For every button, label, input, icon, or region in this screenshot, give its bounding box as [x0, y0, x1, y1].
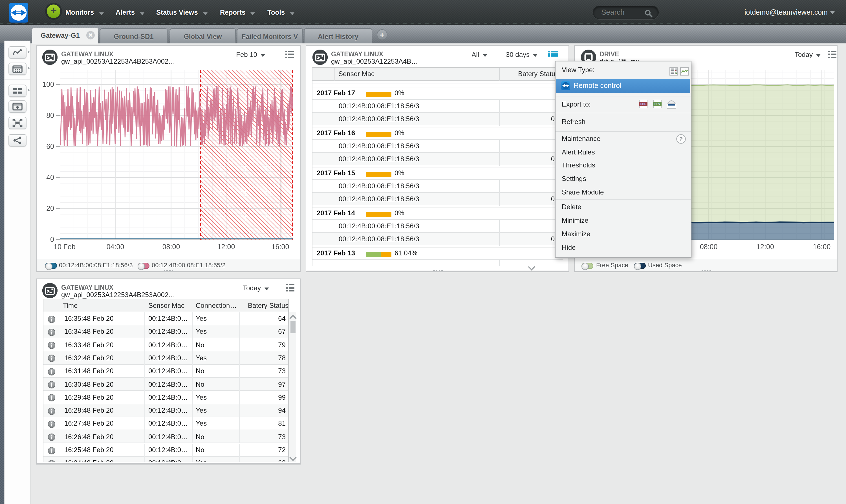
svg-text:PDF: PDF [640, 103, 646, 106]
svg-text:04:00: 04:00 [106, 243, 124, 251]
svg-text:12:00: 12:00 [217, 243, 235, 251]
svg-text:100: 100 [42, 80, 54, 88]
svg-text:16:00: 16:00 [271, 243, 289, 251]
svg-text:80: 80 [46, 111, 54, 119]
svg-text:08:00: 08:00 [700, 243, 718, 251]
svg-text:20: 20 [46, 204, 54, 212]
svg-text:60: 60 [46, 142, 54, 150]
svg-text:CSV: CSV [654, 103, 660, 106]
svg-text:?: ? [679, 135, 683, 142]
svg-text:0: 0 [50, 235, 54, 243]
svg-text:40: 40 [46, 173, 54, 181]
svg-text:12:00: 12:00 [756, 243, 774, 251]
svg-text:08:00: 08:00 [162, 243, 180, 251]
svg-text:16:00: 16:00 [813, 243, 831, 251]
svg-text:10 Feb: 10 Feb [53, 243, 75, 251]
